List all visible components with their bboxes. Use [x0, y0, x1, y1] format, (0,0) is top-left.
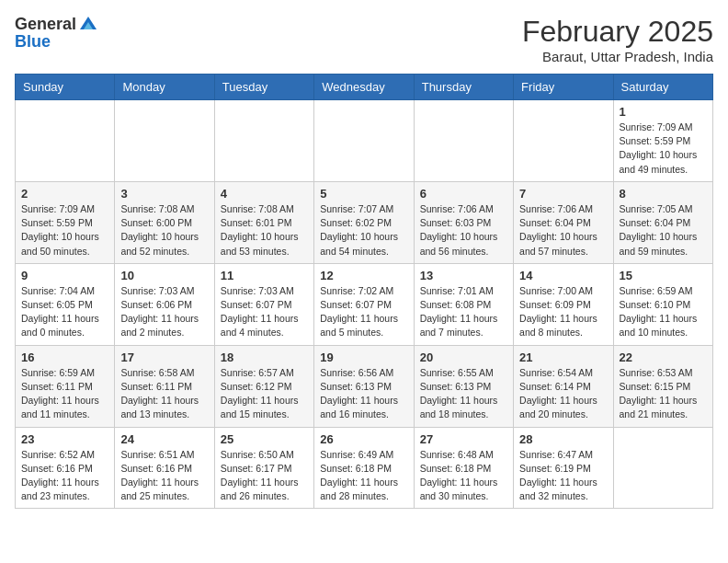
calendar-cell: 28Sunrise: 6:47 AM Sunset: 6:19 PM Dayli… [514, 427, 613, 509]
day-header-wednesday: Wednesday [314, 75, 414, 100]
calendar-cell: 10Sunrise: 7:03 AM Sunset: 6:06 PM Dayli… [115, 263, 214, 345]
day-number: 22 [620, 350, 707, 364]
day-number: 15 [620, 269, 707, 282]
month-title: February 2025 [522, 15, 713, 49]
day-number: 25 [221, 432, 308, 446]
day-number: 20 [420, 350, 507, 364]
day-info: Sunrise: 7:06 AM Sunset: 6:03 PM Dayligh… [420, 202, 507, 259]
day-header-tuesday: Tuesday [214, 75, 313, 100]
day-number: 12 [320, 269, 407, 282]
logo-icon [78, 13, 98, 33]
calendar-cell: 2Sunrise: 7:09 AM Sunset: 5:59 PM Daylig… [16, 181, 115, 263]
day-number: 28 [519, 432, 607, 446]
logo: General Blue [15, 15, 98, 50]
calendar-cell: 6Sunrise: 7:06 AM Sunset: 6:03 PM Daylig… [414, 181, 513, 263]
day-info: Sunrise: 7:03 AM Sunset: 6:07 PM Dayligh… [221, 284, 308, 340]
calendar-header-row: SundayMondayTuesdayWednesdayThursdayFrid… [16, 75, 713, 100]
calendar-cell [414, 100, 513, 182]
day-number: 2 [21, 187, 108, 201]
day-info: Sunrise: 7:00 AM Sunset: 6:09 PM Dayligh… [519, 284, 607, 340]
calendar-week-3: 16Sunrise: 6:59 AM Sunset: 6:11 PM Dayli… [16, 345, 713, 427]
title-block: February 2025 Baraut, Uttar Pradesh, Ind… [522, 15, 713, 64]
day-info: Sunrise: 6:47 AM Sunset: 6:19 PM Dayligh… [519, 448, 607, 504]
day-header-friday: Friday [514, 75, 613, 100]
day-info: Sunrise: 6:59 AM Sunset: 6:11 PM Dayligh… [21, 366, 108, 422]
day-number: 17 [120, 350, 208, 364]
calendar-cell: 19Sunrise: 6:56 AM Sunset: 6:13 PM Dayli… [314, 345, 414, 427]
day-info: Sunrise: 7:08 AM Sunset: 6:01 PM Dayligh… [221, 202, 308, 259]
calendar-cell: 5Sunrise: 7:07 AM Sunset: 6:02 PM Daylig… [314, 181, 414, 263]
day-number: 13 [420, 269, 507, 282]
day-info: Sunrise: 6:54 AM Sunset: 6:14 PM Dayligh… [519, 366, 607, 422]
logo-general: General [15, 16, 76, 32]
calendar-cell: 16Sunrise: 6:59 AM Sunset: 6:11 PM Dayli… [16, 345, 115, 427]
calendar-cell: 3Sunrise: 7:08 AM Sunset: 6:00 PM Daylig… [115, 181, 214, 263]
day-number: 9 [21, 269, 108, 282]
day-info: Sunrise: 7:05 AM Sunset: 6:04 PM Dayligh… [620, 202, 707, 259]
day-number: 18 [221, 350, 308, 364]
calendar-cell [16, 100, 115, 182]
day-number: 26 [320, 432, 407, 446]
calendar-cell: 18Sunrise: 6:57 AM Sunset: 6:12 PM Dayli… [214, 345, 313, 427]
day-info: Sunrise: 7:09 AM Sunset: 5:59 PM Dayligh… [620, 121, 707, 177]
day-header-sunday: Sunday [16, 75, 115, 100]
page-header: General Blue February 2025 Baraut, Uttar… [15, 15, 713, 64]
calendar-cell: 23Sunrise: 6:52 AM Sunset: 6:16 PM Dayli… [16, 427, 115, 509]
day-number: 21 [519, 350, 607, 364]
day-number: 1 [620, 105, 707, 119]
day-number: 10 [120, 269, 208, 282]
calendar-cell: 8Sunrise: 7:05 AM Sunset: 6:04 PM Daylig… [613, 181, 712, 263]
calendar-cell [613, 427, 712, 509]
day-number: 6 [420, 187, 507, 201]
day-info: Sunrise: 6:55 AM Sunset: 6:13 PM Dayligh… [420, 366, 507, 422]
day-info: Sunrise: 6:48 AM Sunset: 6:18 PM Dayligh… [420, 448, 507, 504]
day-number: 16 [21, 350, 108, 364]
calendar-week-2: 9Sunrise: 7:04 AM Sunset: 6:05 PM Daylig… [16, 263, 713, 345]
calendar-cell: 22Sunrise: 6:53 AM Sunset: 6:15 PM Dayli… [613, 345, 712, 427]
day-number: 11 [221, 269, 308, 282]
calendar-table: SundayMondayTuesdayWednesdayThursdayFrid… [15, 74, 713, 509]
calendar-cell: 1Sunrise: 7:09 AM Sunset: 5:59 PM Daylig… [613, 100, 712, 182]
day-number: 19 [320, 350, 407, 364]
calendar-week-4: 23Sunrise: 6:52 AM Sunset: 6:16 PM Dayli… [16, 427, 713, 509]
calendar-cell: 17Sunrise: 6:58 AM Sunset: 6:11 PM Dayli… [115, 345, 214, 427]
calendar-week-0: 1Sunrise: 7:09 AM Sunset: 5:59 PM Daylig… [16, 100, 713, 182]
day-info: Sunrise: 6:51 AM Sunset: 6:16 PM Dayligh… [120, 448, 208, 504]
calendar-cell: 21Sunrise: 6:54 AM Sunset: 6:14 PM Dayli… [514, 345, 613, 427]
calendar-cell: 24Sunrise: 6:51 AM Sunset: 6:16 PM Dayli… [115, 427, 214, 509]
location-title: Baraut, Uttar Pradesh, India [522, 49, 713, 64]
day-number: 3 [120, 187, 208, 201]
calendar-cell: 13Sunrise: 7:01 AM Sunset: 6:08 PM Dayli… [414, 263, 513, 345]
calendar-cell [314, 100, 414, 182]
day-info: Sunrise: 7:07 AM Sunset: 6:02 PM Dayligh… [320, 202, 407, 259]
day-info: Sunrise: 7:02 AM Sunset: 6:07 PM Dayligh… [320, 284, 407, 340]
calendar-cell: 11Sunrise: 7:03 AM Sunset: 6:07 PM Dayli… [214, 263, 313, 345]
day-header-saturday: Saturday [613, 75, 712, 100]
day-info: Sunrise: 7:06 AM Sunset: 6:04 PM Dayligh… [519, 202, 607, 259]
day-number: 14 [519, 269, 607, 282]
calendar-cell: 15Sunrise: 6:59 AM Sunset: 6:10 PM Dayli… [613, 263, 712, 345]
day-number: 8 [620, 187, 707, 201]
day-header-monday: Monday [115, 75, 214, 100]
day-info: Sunrise: 7:03 AM Sunset: 6:06 PM Dayligh… [120, 284, 208, 340]
day-info: Sunrise: 6:58 AM Sunset: 6:11 PM Dayligh… [120, 366, 208, 422]
calendar-cell [514, 100, 613, 182]
calendar-cell [214, 100, 313, 182]
day-info: Sunrise: 7:04 AM Sunset: 6:05 PM Dayligh… [21, 284, 108, 340]
calendar-cell: 14Sunrise: 7:00 AM Sunset: 6:09 PM Dayli… [514, 263, 613, 345]
day-number: 27 [420, 432, 507, 446]
day-info: Sunrise: 6:59 AM Sunset: 6:10 PM Dayligh… [620, 284, 707, 340]
day-number: 4 [221, 187, 308, 201]
day-number: 23 [21, 432, 108, 446]
calendar-cell: 7Sunrise: 7:06 AM Sunset: 6:04 PM Daylig… [514, 181, 613, 263]
day-info: Sunrise: 7:09 AM Sunset: 5:59 PM Dayligh… [21, 202, 108, 259]
calendar-cell: 25Sunrise: 6:50 AM Sunset: 6:17 PM Dayli… [214, 427, 313, 509]
calendar-cell: 12Sunrise: 7:02 AM Sunset: 6:07 PM Dayli… [314, 263, 414, 345]
day-info: Sunrise: 6:50 AM Sunset: 6:17 PM Dayligh… [221, 448, 308, 504]
calendar-week-1: 2Sunrise: 7:09 AM Sunset: 5:59 PM Daylig… [16, 181, 713, 263]
calendar-cell: 4Sunrise: 7:08 AM Sunset: 6:01 PM Daylig… [214, 181, 313, 263]
day-number: 5 [320, 187, 407, 201]
day-info: Sunrise: 6:53 AM Sunset: 6:15 PM Dayligh… [620, 366, 707, 422]
day-info: Sunrise: 6:52 AM Sunset: 6:16 PM Dayligh… [21, 448, 108, 504]
day-header-thursday: Thursday [414, 75, 513, 100]
